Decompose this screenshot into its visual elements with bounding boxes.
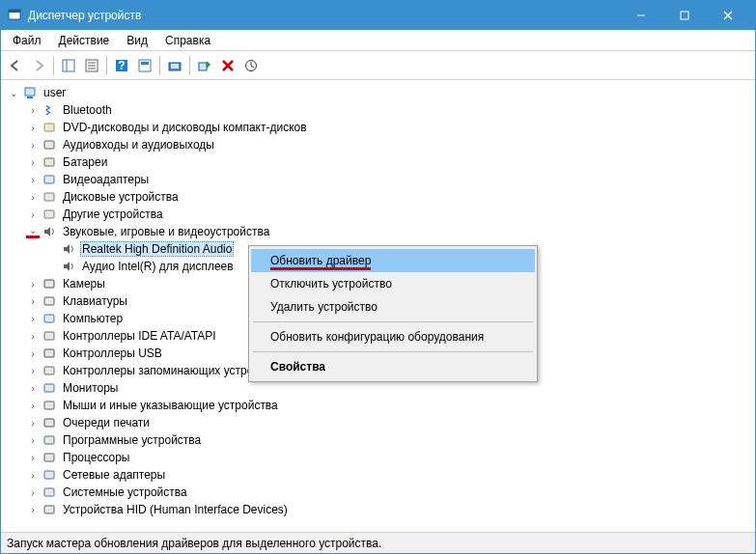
chevron-right-icon[interactable]: › xyxy=(26,346,40,360)
chevron-right-icon[interactable]: › xyxy=(26,121,40,134)
chevron-right-icon[interactable]: › xyxy=(26,433,40,447)
context-menu-item[interactable]: Удалить устройство xyxy=(251,295,535,319)
nav-back-button[interactable] xyxy=(5,55,26,76)
tree-category-node[interactable]: ›Мыши и иные указывающие устройства xyxy=(24,397,751,414)
properties-button[interactable] xyxy=(81,55,102,76)
svg-rect-3 xyxy=(681,12,688,19)
menu-file[interactable]: Файл xyxy=(5,32,49,49)
chevron-right-icon[interactable]: › xyxy=(26,468,40,482)
svg-rect-35 xyxy=(44,367,54,374)
storage-ctrl-icon xyxy=(42,363,57,378)
svg-rect-23 xyxy=(27,97,33,98)
context-menu-item[interactable]: Обновить драйвер xyxy=(251,249,535,272)
tree-category-node[interactable]: ›Видеоадаптеры xyxy=(24,171,751,188)
tree-category-node[interactable]: ›Программные устройства xyxy=(24,431,751,449)
tree-category-node[interactable]: ›DVD-дисководы и дисководы компакт-диско… xyxy=(24,119,751,136)
tree-category-node[interactable]: ›Аудиовходы и аудиовыходы xyxy=(24,136,751,153)
svg-rect-17 xyxy=(171,64,179,69)
tree-node-label: Процессоры xyxy=(61,451,132,464)
chevron-right-icon[interactable]: › xyxy=(26,416,40,429)
tree-category-node[interactable]: ›Системные устройства xyxy=(24,484,751,501)
chevron-right-icon[interactable]: › xyxy=(26,381,40,395)
tree-node-label: Аудио Intel(R) для дисплеев xyxy=(80,260,236,273)
menubar: Файл Действие Вид Справка xyxy=(1,30,755,51)
nav-forward-button[interactable] xyxy=(28,55,49,76)
maximize-button[interactable] xyxy=(662,1,706,30)
battery-icon xyxy=(42,154,57,170)
svg-rect-30 xyxy=(44,280,54,288)
context-menu-item[interactable]: Отключить устройство xyxy=(251,272,535,295)
chevron-right-icon[interactable]: › xyxy=(26,503,40,516)
tree-node-label: Контроллеры IDE ATA/ATAPI xyxy=(61,329,218,343)
tree-category-node[interactable]: ›Процессоры xyxy=(24,449,751,466)
svg-rect-14 xyxy=(139,60,151,71)
toolbar-separator xyxy=(159,56,160,75)
chevron-right-icon[interactable]: › xyxy=(26,399,40,412)
tree-category-node[interactable]: ›Очереди печати xyxy=(24,414,751,431)
chevron-right-icon[interactable]: › xyxy=(26,208,40,221)
audio-io-icon xyxy=(42,137,57,152)
monitor-icon xyxy=(42,380,57,396)
svg-rect-31 xyxy=(44,297,54,305)
svg-rect-1 xyxy=(9,10,20,13)
chevron-right-icon[interactable]: › xyxy=(26,103,40,117)
chevron-right-icon[interactable]: › xyxy=(26,364,40,377)
tree-node-label: Батареи xyxy=(61,155,109,169)
menu-view[interactable]: Вид xyxy=(119,32,155,49)
chevron-right-icon[interactable]: › xyxy=(26,173,40,186)
sound-icon xyxy=(42,224,57,239)
context-menu-item-label: Обновить драйвер xyxy=(270,254,371,270)
statusbar: Запуск мастера обновления драйверов для … xyxy=(1,532,755,553)
scan-hardware-button[interactable] xyxy=(164,55,185,76)
tree-category-node[interactable]: ›Устройства HID (Human Interface Devices… xyxy=(24,501,751,518)
svg-rect-28 xyxy=(44,193,54,201)
tree-node-label: Другие устройства xyxy=(61,208,165,221)
chevron-down-icon[interactable]: ⌄ xyxy=(7,86,20,99)
toolbar-separator xyxy=(189,56,190,75)
tree-node-label: Устройства HID (Human Interface Devices) xyxy=(61,503,290,516)
context-menu-item[interactable]: Обновить конфигурацию оборудования xyxy=(251,325,535,348)
menu-help[interactable]: Справка xyxy=(157,32,218,49)
chevron-down-icon[interactable]: ⌄ xyxy=(26,225,40,238)
chevron-right-icon[interactable]: › xyxy=(26,138,40,152)
tree-node-label: Bluetooth xyxy=(61,103,114,117)
chevron-right-icon[interactable]: › xyxy=(26,485,40,499)
uninstall-device-button[interactable] xyxy=(217,55,238,76)
svg-rect-43 xyxy=(44,506,54,513)
tree-category-node[interactable]: ›Батареи xyxy=(24,153,751,171)
enable-device-button[interactable] xyxy=(194,55,215,76)
chevron-right-icon[interactable]: › xyxy=(26,190,40,204)
svg-rect-42 xyxy=(44,488,54,496)
disc-icon xyxy=(42,120,57,135)
tree-view[interactable]: ⌄user›Bluetooth›DVD-дисководы и дисковод… xyxy=(1,80,755,532)
svg-rect-25 xyxy=(44,141,54,149)
tree-node-label: Контроллеры USB xyxy=(61,346,164,360)
tree-node-label: DVD-дисководы и дисководы компакт-дисков xyxy=(61,121,309,134)
network-icon xyxy=(42,467,57,483)
minimize-button[interactable] xyxy=(619,1,662,30)
tree-category-node[interactable]: ⌄Звуковые, игровые и видеоустройства xyxy=(24,223,751,240)
chevron-right-icon[interactable]: › xyxy=(26,451,40,464)
svg-rect-41 xyxy=(44,471,54,479)
status-text: Запуск мастера обновления драйверов для … xyxy=(7,537,381,550)
show-hide-tree-button[interactable] xyxy=(58,55,79,76)
tree-category-node[interactable]: ›Сетевые адаптеры xyxy=(24,466,751,484)
tree-node-label: Компьютер xyxy=(61,312,125,325)
tree-node-label: Камеры xyxy=(61,277,107,291)
tree-category-node[interactable]: ›Дисковые устройства xyxy=(24,188,751,206)
context-menu-item[interactable]: Свойства xyxy=(251,355,535,378)
chevron-right-icon[interactable]: › xyxy=(26,155,40,169)
action-button[interactable] xyxy=(134,55,155,76)
chevron-right-icon[interactable]: › xyxy=(26,329,40,343)
tree-category-node[interactable]: ›Bluetooth xyxy=(24,101,751,119)
chevron-right-icon[interactable]: › xyxy=(26,277,40,291)
close-button[interactable] xyxy=(706,1,749,30)
menu-action[interactable]: Действие xyxy=(51,32,118,49)
tree-node-label: Программные устройства xyxy=(61,433,203,447)
update-driver-button[interactable] xyxy=(240,55,262,76)
tree-category-node[interactable]: ›Другие устройства xyxy=(24,206,751,223)
chevron-right-icon[interactable]: › xyxy=(26,312,40,325)
tree-root-node[interactable]: ⌄user xyxy=(5,84,751,101)
help-button[interactable]: ? xyxy=(111,55,132,76)
chevron-right-icon[interactable]: › xyxy=(26,294,40,308)
